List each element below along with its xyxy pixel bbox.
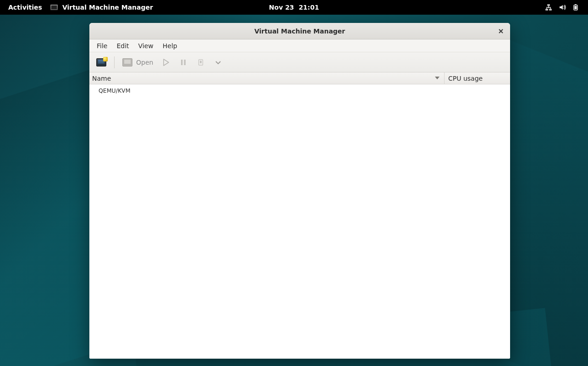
svg-rect-3: [181, 60, 183, 65]
svg-rect-4: [184, 60, 186, 65]
window-titlebar[interactable]: Virtual Machine Manager: [89, 23, 510, 39]
current-app-menu[interactable]: Virtual Machine Manager: [50, 4, 153, 11]
play-icon: [162, 58, 170, 67]
svg-rect-1: [575, 4, 577, 5]
gnome-top-panel: Activities Virtual Machine Manager Nov 2…: [0, 0, 588, 15]
open-console-button[interactable]: Open: [119, 55, 156, 70]
svg-rect-2: [575, 6, 577, 9]
new-vm-icon: [96, 58, 106, 67]
shutdown-button[interactable]: [193, 55, 209, 70]
column-header-name[interactable]: Name: [89, 72, 445, 84]
console-icon: [122, 58, 132, 67]
vm-list[interactable]: QEMU/KVM: [89, 84, 510, 359]
time-label: 21:01: [299, 4, 319, 11]
window-close-button[interactable]: [495, 26, 506, 37]
toolbar: Open: [89, 52, 510, 72]
column-name-label: Name: [92, 75, 111, 82]
volume-icon[interactable]: [559, 4, 566, 11]
pause-button[interactable]: [176, 55, 191, 70]
menu-help[interactable]: Help: [158, 40, 182, 51]
sort-desc-icon: [435, 77, 440, 79]
virt-manager-window: Virtual Machine Manager File Edit View H…: [89, 23, 510, 359]
menu-view[interactable]: View: [134, 40, 158, 51]
activities-button[interactable]: Activities: [8, 4, 42, 11]
menu-file[interactable]: File: [92, 40, 112, 51]
close-icon: [498, 28, 504, 34]
connection-row[interactable]: QEMU/KVM: [89, 84, 510, 97]
current-app-label: Virtual Machine Manager: [62, 4, 153, 11]
connection-label: QEMU/KVM: [99, 87, 130, 94]
network-icon[interactable]: [545, 4, 552, 11]
app-icon: [50, 5, 58, 10]
column-headers: Name CPU usage: [89, 72, 510, 84]
shutdown-icon: [197, 58, 204, 67]
chevron-down-icon: [214, 58, 222, 67]
clock-button[interactable]: Nov 23 21:01: [269, 4, 319, 11]
shutdown-menu-button[interactable]: [210, 55, 226, 70]
toolbar-separator: [114, 56, 115, 68]
date-label: Nov 23: [269, 4, 294, 11]
column-header-cpu[interactable]: CPU usage: [445, 72, 510, 84]
open-label: Open: [136, 59, 153, 66]
column-cpu-label: CPU usage: [448, 75, 483, 82]
new-vm-button[interactable]: [93, 55, 110, 70]
menu-edit[interactable]: Edit: [112, 40, 133, 51]
battery-icon[interactable]: [572, 4, 580, 11]
window-title: Virtual Machine Manager: [254, 28, 345, 35]
pause-icon: [179, 58, 187, 67]
menubar: File Edit View Help: [89, 39, 510, 52]
run-button[interactable]: [158, 55, 174, 70]
svg-rect-6: [200, 61, 202, 63]
